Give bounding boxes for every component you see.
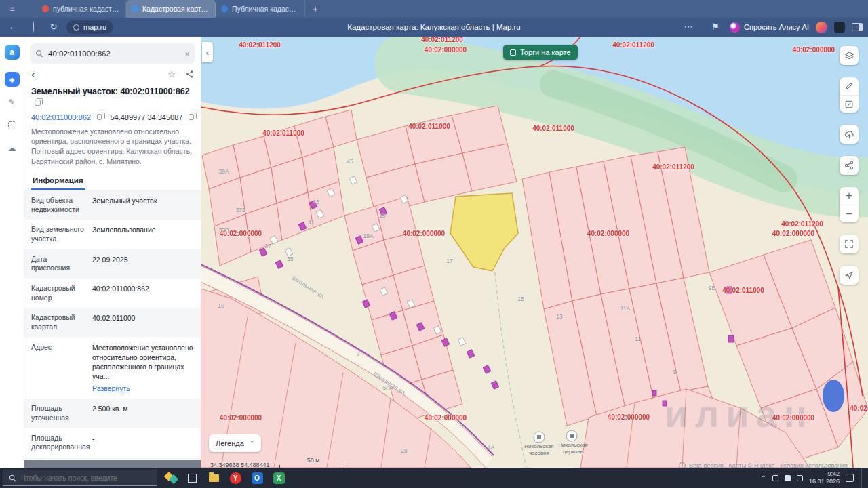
collapse-sidebar-button[interactable]: ‹ bbox=[202, 42, 213, 62]
torgi-button[interactable]: Торги на карте bbox=[503, 45, 578, 60]
quarter-label: 40:02:000000 bbox=[608, 413, 650, 421]
toolbar-right-group: ⋯ ⚑ Спросить Алису AI bbox=[675, 18, 863, 37]
parcel-number: 15 bbox=[517, 296, 524, 302]
info-value: Местоположение установлено относительно … bbox=[92, 343, 194, 394]
object-title: Земельный участок: 40:02:011000:862 bbox=[24, 81, 201, 108]
quarter-label: 40:02:011200 bbox=[781, 220, 823, 228]
mapru-logo[interactable]: a bbox=[5, 45, 20, 60]
overflow-menu-icon[interactable]: ⋯ bbox=[681, 20, 696, 35]
taskbar-search[interactable] bbox=[3, 470, 157, 486]
new-tab-button[interactable]: + bbox=[308, 1, 323, 16]
tab-title: Публичная кадастровая bbox=[232, 5, 299, 13]
parcel-number: 39А bbox=[218, 168, 229, 175]
tab-information[interactable]: Информация bbox=[31, 172, 85, 190]
sidebar: × ‹ ☆ Земельный участок: 40:02:011000:86… bbox=[24, 37, 201, 468]
extension-icon[interactable] bbox=[834, 22, 845, 33]
attribution-text[interactable]: Beta-версия · Карты © Яндекс · Условия и… bbox=[689, 462, 848, 468]
quarter-label: 40:02:011000 bbox=[262, 129, 304, 137]
dashed-square-icon bbox=[8, 121, 16, 129]
browser-tab[interactable]: Публичная кадастровая bbox=[216, 0, 305, 18]
pencil-button[interactable] bbox=[840, 77, 859, 95]
tray-icon[interactable] bbox=[785, 475, 791, 481]
tray-icon[interactable] bbox=[772, 475, 778, 481]
zoom-out-button[interactable]: − bbox=[840, 205, 859, 222]
expand-link[interactable]: Развернуть bbox=[92, 384, 194, 393]
map-canvas[interactable]: илиан 40:02:01120040:02:01120040:02:0000… bbox=[201, 37, 868, 468]
parcel-number: 19 bbox=[379, 212, 385, 219]
info-row: Площадь уточненная 2 500 кв. м bbox=[24, 399, 201, 428]
show-desktop-button[interactable] bbox=[861, 468, 864, 488]
parcel-number: 13 bbox=[556, 313, 562, 320]
avatar[interactable] bbox=[816, 22, 827, 33]
bookmark-flag-icon[interactable]: ⚑ bbox=[708, 20, 723, 35]
upload-button[interactable] bbox=[840, 125, 859, 144]
info-row: Площадь декларированная - bbox=[24, 428, 201, 458]
parcel-number: 45 bbox=[347, 158, 353, 165]
pond bbox=[823, 380, 844, 412]
info-value: 2 500 кв. м bbox=[92, 404, 194, 413]
cloud-tool-icon[interactable]: ☁ bbox=[5, 141, 20, 156]
scale-label: 50 м bbox=[279, 457, 347, 464]
share-map-button[interactable] bbox=[840, 156, 859, 175]
share-icon[interactable] bbox=[185, 70, 194, 79]
legend-button[interactable]: Легенда ⌃ bbox=[209, 434, 261, 452]
copy-icon[interactable] bbox=[189, 114, 194, 120]
info-icon[interactable]: i bbox=[679, 462, 686, 468]
tray-icon[interactable] bbox=[797, 475, 803, 481]
cadastral-number-link[interactable]: 40:02:011000:862 bbox=[31, 113, 91, 121]
file-explorer-button[interactable] bbox=[205, 469, 222, 487]
fullscreen-button[interactable] bbox=[840, 235, 859, 253]
poi-label: Никольская церковь bbox=[553, 442, 593, 455]
reload-button[interactable]: ↻ bbox=[46, 20, 61, 35]
compose-button[interactable] bbox=[840, 95, 859, 113]
tray-expand-icon[interactable]: ⌃ bbox=[761, 474, 766, 482]
info-row: Адрес Местоположение установлено относит… bbox=[24, 338, 201, 399]
parcel-number: 28 bbox=[401, 447, 407, 454]
task-view-button[interactable] bbox=[183, 469, 201, 487]
copy-icon[interactable] bbox=[35, 100, 41, 106]
info-label: Кадастровый квартал bbox=[31, 313, 92, 331]
taskbar-search-input[interactable] bbox=[21, 474, 151, 482]
locate-me-button[interactable] bbox=[840, 266, 859, 285]
browser-tab[interactable]: Кадастровая карта: Ка bbox=[126, 0, 216, 18]
back-button[interactable]: ← bbox=[5, 20, 20, 35]
cadastral-ids-row: 40:02:011000:862 54.489977 34.345087 bbox=[24, 108, 201, 121]
browser-tab[interactable]: публичная кадастровая к bbox=[37, 0, 126, 18]
quarter-label: 40:02:000000 bbox=[772, 414, 814, 422]
widgets-icon[interactable] bbox=[164, 470, 179, 485]
browser-menu-icon[interactable]: ≡ bbox=[4, 3, 20, 15]
info-label: Кадастровый номер bbox=[31, 284, 92, 302]
parcel-number: 3 bbox=[357, 350, 360, 357]
yandex-browser-button[interactable]: Y bbox=[226, 469, 244, 487]
panel-back-button[interactable]: ‹ bbox=[31, 70, 35, 79]
site-info-icon[interactable] bbox=[26, 20, 41, 35]
site-badge-icon bbox=[33, 21, 34, 33]
zoom-in-button[interactable]: + bbox=[840, 187, 859, 205]
draw-tool-icon[interactable]: ✎ bbox=[5, 95, 20, 110]
mail-app-button[interactable]: O bbox=[248, 469, 266, 487]
search-input[interactable] bbox=[48, 49, 180, 58]
parcel-number: 19А bbox=[363, 232, 373, 239]
notifications-icon[interactable] bbox=[846, 474, 854, 482]
search-box[interactable]: × bbox=[30, 43, 195, 64]
parcel-number: 37Б bbox=[235, 207, 245, 214]
alice-icon bbox=[730, 22, 740, 33]
alice-button[interactable]: Спросить Алису AI bbox=[730, 22, 809, 33]
copy-icon[interactable] bbox=[97, 114, 102, 120]
quarter-label: 40:02:011200 bbox=[652, 163, 694, 171]
left-icon-rail: a ◆ ✎ ☁ bbox=[0, 37, 24, 468]
quarter-label: 40:02:000000 bbox=[403, 230, 445, 237]
alice-label: Спросить Алису AI bbox=[744, 23, 809, 31]
address-bar[interactable]: map.ru bbox=[66, 20, 113, 34]
layers-tool-icon[interactable]: ◆ bbox=[5, 72, 20, 87]
info-value: Землепользование bbox=[92, 225, 194, 235]
sidebar-panel-icon[interactable] bbox=[852, 23, 863, 31]
clear-search-icon[interactable]: × bbox=[184, 49, 190, 59]
favorite-star-icon[interactable]: ☆ bbox=[167, 69, 176, 79]
select-area-icon[interactable] bbox=[5, 118, 20, 133]
green-app-button[interactable]: X bbox=[270, 469, 288, 487]
layers-button[interactable] bbox=[840, 46, 859, 65]
taskbar-clock[interactable]: 9:42 16.01.2026 bbox=[809, 470, 840, 486]
quarter-label: 40:02:011200 bbox=[612, 41, 654, 49]
parcel-number: 43 bbox=[313, 199, 319, 205]
